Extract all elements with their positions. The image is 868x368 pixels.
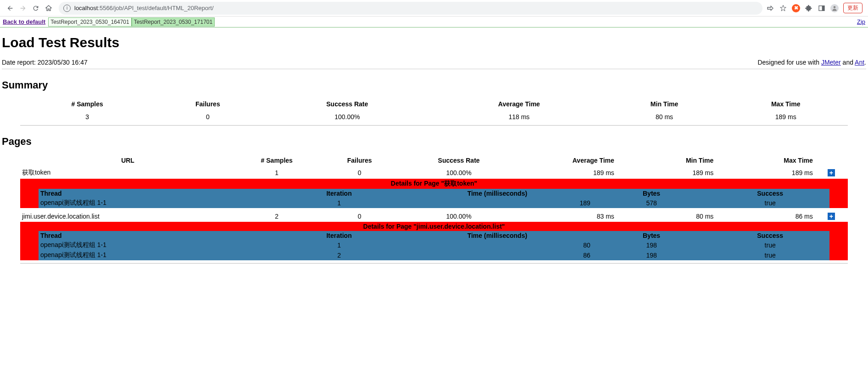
back-to-default-link[interactable]: Back to default (3, 18, 45, 25)
detail-caption: Details for Page "jimi.user.device.locat… (20, 222, 848, 231)
update-button[interactable]: 更新 (843, 3, 862, 13)
expand-icon[interactable]: + (828, 213, 835, 220)
detail-col: Success (711, 231, 829, 240)
detail-data-row: openapi测试线程组 1-11189578true (39, 198, 829, 208)
page-failures: 0 (318, 167, 401, 179)
detail-table: ThreadIterationTime (milliseconds)BytesS… (39, 231, 829, 260)
panel-icon[interactable] (818, 4, 826, 12)
page-samples: 1 (235, 167, 318, 179)
col-min: Min Time (616, 154, 715, 167)
col-success: Success Rate (262, 98, 434, 110)
site-info-icon[interactable]: i (63, 5, 71, 12)
pages-heading: Pages (2, 136, 866, 148)
page-max: 86 ms (715, 211, 814, 222)
page-url: 获取token (20, 167, 235, 179)
col-failures: Failures (318, 154, 401, 167)
date-report: Date report: 2023/05/30 16:47 (2, 59, 88, 66)
profile-avatar-icon[interactable] (830, 4, 839, 12)
detail-data-row: openapi测试线程组 1-1180198true (39, 240, 829, 250)
expand-icon[interactable]: + (828, 169, 835, 176)
extension-badge-icon[interactable]: ✖ (792, 4, 800, 12)
summary-heading: Summary (2, 79, 866, 91)
forward-button[interactable] (17, 2, 29, 15)
report-tab-bar: Back to default TestReport_2023_0530_164… (0, 16, 868, 27)
col-avg: Average Time (433, 98, 605, 110)
reload-button[interactable] (29, 2, 42, 15)
page-url: jimi.user.device.location.list (20, 211, 235, 222)
col-avg: Average Time (517, 154, 616, 167)
detail-col: Bytes (592, 231, 711, 240)
divider (20, 263, 848, 264)
summary-table: # Samples Failures Success Rate Average … (20, 98, 848, 126)
browser-toolbar: i localhost:5566/job/API_test/default/HT… (0, 0, 868, 16)
page-row: 获取token10100.00%189 ms189 ms189 ms+ (20, 167, 848, 179)
page-title: Load Test Results (2, 35, 866, 50)
page-avg: 83 ms (517, 211, 616, 222)
ant-link[interactable]: Ant (855, 59, 864, 66)
col-failures: Failures (154, 98, 261, 110)
col-samples: # Samples (20, 98, 154, 110)
page-row: jimi.user.device.location.list20100.00%8… (20, 211, 848, 222)
detail-col: Bytes (592, 189, 711, 198)
page-success: 100.00% (401, 167, 517, 179)
page-success: 100.00% (401, 211, 517, 222)
detail-data-row: openapi测试线程组 1-1286198true (39, 250, 829, 260)
report-tab[interactable]: TestReport_2023_0530_171701 (132, 17, 215, 27)
pages-table: URL # Samples Failures Success Rate Aver… (20, 154, 848, 263)
url-text: localhost:5566/job/API_test/default/HTML… (74, 5, 214, 11)
col-min: Min Time (605, 98, 724, 110)
summary-row: 3 0 100.00% 118 ms 80 ms 189 ms (20, 110, 848, 126)
detail-col: Time (milliseconds) (402, 189, 592, 198)
col-url: URL (20, 154, 235, 167)
col-max: Max Time (723, 98, 848, 110)
detail-col: Time (milliseconds) (402, 231, 592, 240)
page-min: 80 ms (616, 211, 715, 222)
jmeter-link[interactable]: JMeter (821, 59, 841, 66)
page-detail-row: Details for Page "jimi.user.device.locat… (20, 222, 848, 263)
detail-col: Iteration (276, 231, 402, 240)
detail-col: Iteration (276, 189, 402, 198)
share-icon[interactable] (766, 4, 774, 12)
detail-table: ThreadIterationTime (milliseconds)BytesS… (39, 189, 829, 208)
zip-link[interactable]: Zip (857, 18, 865, 25)
detail-col: Success (711, 189, 829, 198)
svg-rect-1 (822, 5, 824, 11)
detail-col: Thread (39, 231, 276, 240)
home-button[interactable] (42, 2, 55, 15)
page-failures: 0 (318, 211, 401, 222)
col-samples: # Samples (235, 154, 318, 167)
designed-credit: Designed for use with JMeter and Ant. (757, 59, 866, 66)
address-bar[interactable]: i localhost:5566/job/API_test/default/HT… (59, 2, 762, 15)
back-button[interactable] (4, 2, 17, 15)
page-min: 189 ms (616, 167, 715, 179)
col-success: Success Rate (401, 154, 517, 167)
bookmark-icon[interactable] (779, 4, 787, 12)
report-tab[interactable]: TestReport_2023_0530_164701 (48, 17, 131, 27)
detail-caption: Details for Page "获取token" (20, 179, 848, 189)
svg-point-2 (834, 6, 836, 8)
divider (2, 69, 866, 69)
page-avg: 189 ms (517, 167, 616, 179)
page-samples: 2 (235, 211, 318, 222)
col-max: Max Time (715, 154, 814, 167)
detail-col: Thread (39, 189, 276, 198)
page-detail-row: Details for Page "获取token"ThreadIteratio… (20, 179, 848, 211)
page-max: 189 ms (715, 167, 814, 179)
extensions-icon[interactable] (805, 4, 813, 12)
